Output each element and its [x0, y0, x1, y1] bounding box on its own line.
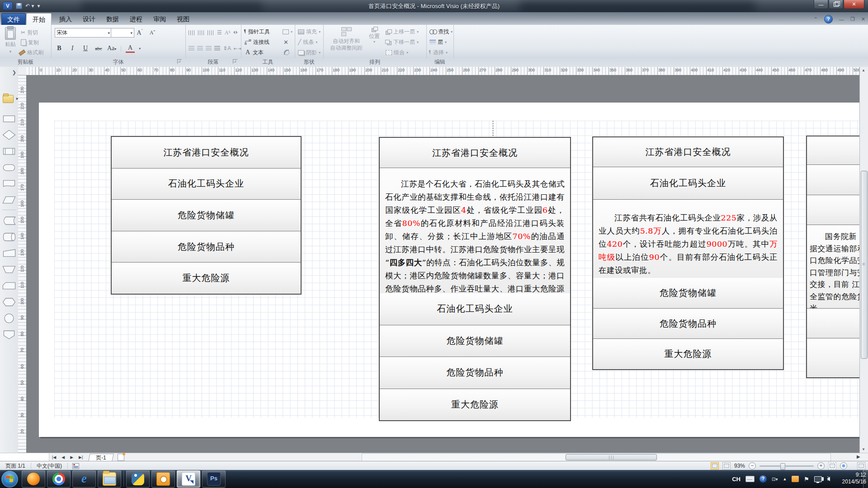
- align-right-icon[interactable]: [206, 46, 212, 51]
- whole-page-icon[interactable]: [840, 462, 847, 469]
- taskbar-button-python[interactable]: [126, 470, 150, 488]
- prev-page-icon[interactable]: ◀: [59, 455, 67, 460]
- diagram-cell[interactable]: 危险货物储罐: [112, 199, 301, 231]
- line-button[interactable]: ╱线条▾: [298, 38, 317, 47]
- font-color-dropdown[interactable]: ▾: [139, 47, 141, 51]
- help-icon[interactable]: ?: [824, 15, 833, 23]
- view-fullscreen-icon[interactable]: [722, 462, 731, 469]
- bullets-icon[interactable]: ☰: [217, 29, 222, 36]
- bring-forward-button[interactable]: 上移一层▾: [386, 27, 419, 36]
- tab-review[interactable]: 审阅: [147, 13, 172, 25]
- page-tab-current[interactable]: 页-1: [89, 454, 114, 461]
- stencil-shape-parallelogram[interactable]: [0, 192, 18, 208]
- indent-icons[interactable]: ⇤⇥: [234, 46, 241, 51]
- shrink-font-button[interactable]: Aˇ: [148, 28, 157, 37]
- stencil-shape-off-page[interactable]: [0, 326, 18, 343]
- position-button[interactable]: 位置▾: [367, 27, 382, 44]
- tab-view[interactable]: 视图: [171, 13, 195, 25]
- pointer-tool-button[interactable]: 指针工具: [245, 27, 270, 36]
- zoom-in-button[interactable]: +: [817, 462, 825, 469]
- drawing-page[interactable]: 江苏省港口安全概况石油化工码头企业危险货物储罐危险货物品种重大危险源 江苏省港口…: [39, 103, 860, 437]
- format-painter-button[interactable]: 格式刷: [19, 48, 43, 57]
- diagram-cell[interactable]: 危险货物品种: [593, 308, 783, 339]
- cut-button[interactable]: ✂剪切: [21, 28, 38, 37]
- ime-help-icon[interactable]: ?: [760, 475, 767, 483]
- bold-button[interactable]: B: [55, 45, 64, 52]
- underline-button[interactable]: U: [81, 45, 90, 52]
- align-top-icon[interactable]: [189, 30, 195, 35]
- status-language[interactable]: 中文(中国): [31, 463, 68, 469]
- send-backward-button[interactable]: 下移一层▾: [386, 38, 419, 47]
- paste-button[interactable]: 粘贴▾: [3, 27, 18, 55]
- stencil-shape-stored-data[interactable]: [0, 212, 18, 229]
- zoom-slider[interactable]: [760, 465, 814, 467]
- font-dialog-launcher-icon[interactable]: [177, 59, 182, 64]
- tab-process[interactable]: 进程: [124, 13, 148, 25]
- drawing-canvas[interactable]: 江苏省港口安全概况石油化工码头企业危险货物储罐危险货物品种重大危险源 江苏省港口…: [26, 75, 860, 453]
- align-middle-icon[interactable]: [198, 30, 205, 35]
- zoom-out-button[interactable]: −: [749, 462, 756, 469]
- box2-paragraph-cell[interactable]: 江苏是个石化大省，石油化工码头及其仓储式石化产业的基础支撑和生命线，依托沿江港口…: [380, 168, 570, 293]
- diagram-cell[interactable]: 危险货物储罐: [380, 325, 570, 357]
- horizontal-scrollbar[interactable]: ∣∣∣: [362, 453, 831, 461]
- status-page-indicator[interactable]: 页面 1/1: [0, 463, 31, 469]
- flow-box-enterprises[interactable]: 江苏省港口安全概况 石油化工码头企业 江苏省共有石油化工码头企业225家，涉及从…: [592, 136, 784, 370]
- macro-recording-icon[interactable]: [72, 463, 79, 469]
- stencil-shape-direct-data[interactable]: [0, 229, 18, 245]
- stencil-shape-circle[interactable]: [0, 310, 18, 326]
- start-button[interactable]: [1, 471, 18, 488]
- stencil-shape-subprocess[interactable]: [0, 143, 18, 159]
- box3-paragraph-cell[interactable]: 江苏省共有石油化工码头企业225家，涉及从业人员大约5.8万人，拥有专业化石油化…: [593, 199, 783, 278]
- diagram-cell[interactable]: 重大危险源: [593, 338, 783, 369]
- close-button[interactable]: ✕: [844, 0, 864, 9]
- taskbar-button-folder[interactable]: [98, 470, 121, 488]
- justify-icon[interactable]: [214, 46, 220, 51]
- connection-point-button[interactable]: ✕: [283, 38, 288, 47]
- box2-title-cell[interactable]: 江苏省港口安全概况: [380, 138, 570, 168]
- show-desktop-button[interactable]: [863, 470, 868, 488]
- scroll-down-icon[interactable]: ▼: [862, 447, 865, 451]
- rotate-text-icons[interactable]: ⏴⏵: [233, 30, 238, 35]
- insert-page-icon[interactable]: [118, 454, 124, 461]
- change-case-button[interactable]: Aa▾: [107, 45, 116, 52]
- auto-align-button[interactable]: 自动对齐和 自动调整间距: [329, 27, 364, 52]
- switch-windows-icon[interactable]: [857, 462, 865, 469]
- flow-box-overview-detail[interactable]: 江苏省港口安全概况 江苏是个石化大省，石油化工码头及其仓储式石化产业的基础支撑和…: [379, 137, 571, 421]
- text-direction-icon[interactable]: A⁵: [225, 29, 231, 36]
- keyboard-icon[interactable]: [745, 476, 755, 482]
- line-spacing-icon[interactable]: ⇕A: [223, 45, 231, 52]
- rectangle-tool-button[interactable]: ▾: [283, 27, 292, 36]
- font-name-combo[interactable]: 宋体▾: [55, 28, 112, 38]
- align-center-icon[interactable]: [197, 46, 203, 51]
- diagram-cell[interactable]: 危险货物品种: [112, 231, 301, 263]
- last-page-icon[interactable]: ▶|: [76, 455, 85, 460]
- volume-icon[interactable]: [827, 477, 830, 481]
- align-left-icon[interactable]: [189, 46, 194, 51]
- paragraph-dialog-launcher-icon[interactable]: [233, 59, 237, 64]
- diagram-cell[interactable]: 重大危险源: [380, 389, 570, 421]
- shadow-button[interactable]: 阴影▾: [298, 48, 321, 57]
- tab-file[interactable]: 文件: [1, 13, 26, 26]
- select-button[interactable]: 选择▾: [429, 48, 448, 57]
- restore-button[interactable]: [829, 0, 843, 9]
- horizontal-scroll-thumb[interactable]: ∣∣∣: [566, 454, 657, 460]
- box3-subtitle-cell[interactable]: 石油化工码头企业: [593, 167, 783, 199]
- italic-button[interactable]: I: [68, 45, 77, 52]
- diagram-cell[interactable]: 江苏省港口安全概况: [112, 137, 301, 168]
- tab-home[interactable]: 开始: [26, 13, 52, 25]
- stencil-shape-terminator[interactable]: [0, 159, 18, 175]
- diagram-cell[interactable]: 石油化工码头企业: [112, 168, 301, 200]
- zoom-level[interactable]: 93%: [734, 463, 745, 469]
- vertical-scrollbar[interactable]: ▲ ▼: [859, 67, 868, 453]
- taskbar-button-visio[interactable]: V: [177, 470, 200, 488]
- tab-data[interactable]: 数据: [100, 13, 125, 25]
- box4-empty-cell[interactable]: [807, 338, 860, 377]
- show-hidden-icons-arrow[interactable]: ▲: [783, 477, 787, 481]
- font-color-button[interactable]: A: [126, 44, 135, 53]
- strikethrough-button[interactable]: abc: [94, 46, 103, 51]
- view-normal-icon[interactable]: [711, 462, 719, 469]
- taskbar-button-outlook[interactable]: [151, 470, 175, 488]
- copy-button[interactable]: 复制: [21, 38, 39, 47]
- tab-design[interactable]: 设计: [77, 13, 101, 25]
- stencil-shape-card[interactable]: [0, 277, 18, 294]
